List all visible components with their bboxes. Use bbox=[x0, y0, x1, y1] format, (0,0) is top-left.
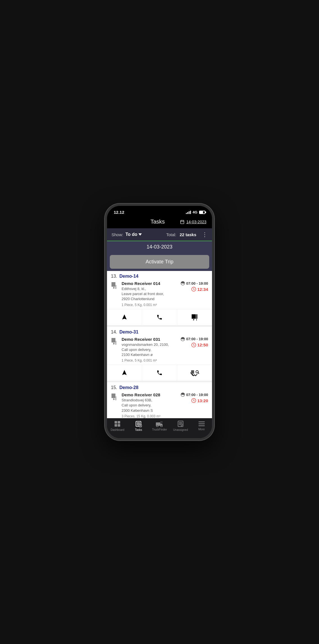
svg-rect-19 bbox=[118, 421, 120, 424]
task-body: Demo Receiver 028 Strandlodsvej 63B,Call… bbox=[107, 391, 212, 418]
nav-item-more[interactable]: More bbox=[193, 421, 210, 431]
battery-icon bbox=[199, 211, 205, 214]
task-meta: 3 Pieces, 15 Kg, 0.003 m³ bbox=[122, 414, 174, 418]
app-header: Tasks 14-03-2023 bbox=[107, 216, 212, 228]
task-name: Demo-31 bbox=[119, 330, 138, 335]
deliver-button[interactable] bbox=[177, 309, 212, 325]
more-icon bbox=[198, 421, 205, 427]
receiver-name: Demo Receiver 028 bbox=[122, 392, 174, 397]
date-header: 14-03-2023 bbox=[107, 241, 212, 253]
task-meta: 1 Piece, 5 Kg, 0.001 m³ bbox=[122, 358, 174, 362]
date-picker-button[interactable]: 14-03-2023 bbox=[180, 220, 206, 224]
navigate-icon bbox=[121, 314, 128, 321]
time-alert: 12:50 bbox=[191, 342, 208, 348]
calendar-icon bbox=[180, 220, 184, 224]
task-header: 13. Demo-14 bbox=[107, 271, 212, 280]
time-alert: 13:20 bbox=[191, 398, 208, 403]
task-header: 15. Demo-28 bbox=[107, 382, 212, 391]
nav-label-dashboard: Dashboard bbox=[111, 428, 124, 431]
nav-item-tasks[interactable]: Tasks bbox=[130, 420, 147, 431]
deliver-icon bbox=[111, 393, 118, 401]
task-type-icon bbox=[111, 337, 119, 363]
phone-button[interactable] bbox=[142, 309, 177, 325]
alert-clock-icon bbox=[191, 342, 196, 348]
task-number: 13. bbox=[111, 274, 117, 279]
task-name: Demo-14 bbox=[119, 274, 138, 279]
date-section: 14-03-2023 Activate Trip bbox=[107, 241, 212, 271]
time-window: 07:00 - 19:00 bbox=[181, 337, 208, 341]
nav-item-unassigned[interactable]: Unassigned bbox=[172, 420, 189, 431]
clock-half-icon bbox=[181, 392, 185, 397]
receiver-address: Edithsvej 8, kl.,Leave parcel at front d… bbox=[122, 286, 174, 302]
task-type-icon bbox=[111, 281, 119, 307]
time-window-value: 07:00 - 19:00 bbox=[186, 281, 208, 286]
deliver-key-icon bbox=[190, 369, 199, 377]
time-window-value: 07:00 - 19:00 bbox=[186, 393, 208, 397]
task-time-block: 07:00 - 19:00 13:20 bbox=[177, 392, 208, 418]
svg-rect-12 bbox=[191, 370, 194, 374]
chevron-down-icon bbox=[138, 233, 142, 236]
filter-dropdown[interactable]: To do bbox=[126, 232, 142, 237]
nav-item-dashboard[interactable]: Dashboard bbox=[109, 420, 126, 431]
task-card: 15. Demo-28 Demo Receiver 028 Strandlods… bbox=[107, 382, 212, 418]
clock-half-icon bbox=[181, 281, 185, 286]
nav-label-unassigned: Unassigned bbox=[173, 428, 188, 431]
svg-rect-4 bbox=[111, 282, 115, 287]
task-type-icon bbox=[111, 392, 119, 418]
filter-show-label: Show: bbox=[111, 232, 123, 237]
task-details: Demo Receiver 031 vognmandsmarken 20, 21… bbox=[122, 337, 174, 363]
receiver-address: vognmandsmarken 20, 2100,Call upon deliv… bbox=[122, 342, 174, 358]
time-alert: 12:34 bbox=[191, 287, 208, 292]
app-title: Tasks bbox=[135, 219, 180, 225]
svg-rect-0 bbox=[181, 220, 184, 224]
svg-rect-18 bbox=[115, 421, 117, 424]
svg-rect-9 bbox=[111, 338, 115, 342]
svg-rect-21 bbox=[118, 424, 120, 427]
task-list: 13. Demo-14 Demo Receiver 014 Edithsvej … bbox=[107, 271, 212, 418]
battery-fill bbox=[200, 211, 203, 213]
task-details: Demo Receiver 014 Edithsvej 8, kl.,Leave… bbox=[122, 281, 174, 307]
time-alert-value: 12:34 bbox=[197, 287, 208, 292]
nav-label-more: More bbox=[198, 428, 205, 431]
task-number: 15. bbox=[111, 385, 117, 390]
nav-label-tasks: Tasks bbox=[135, 428, 142, 431]
svg-rect-20 bbox=[115, 424, 117, 427]
time-window-value: 07:00 - 19:00 bbox=[186, 337, 208, 341]
unassigned-icon bbox=[177, 420, 184, 427]
deliver-icon bbox=[111, 337, 118, 345]
filter-more-button[interactable]: ⋮ bbox=[202, 231, 208, 238]
tasks-icon bbox=[135, 420, 142, 427]
status-right: 4G bbox=[186, 210, 205, 214]
task-actions bbox=[107, 365, 212, 381]
nav-item-truckfinder[interactable]: TruckFinder bbox=[151, 421, 168, 431]
task-number: 14. bbox=[111, 330, 117, 335]
task-actions bbox=[107, 309, 212, 325]
filter-value: To do bbox=[126, 232, 137, 237]
filter-total-label: Total: bbox=[166, 232, 176, 237]
header-date: 14-03-2023 bbox=[186, 220, 206, 224]
activate-trip-button[interactable]: Activate Trip bbox=[110, 255, 209, 269]
task-card: 13. Demo-14 Demo Receiver 014 Edithsvej … bbox=[107, 271, 212, 325]
svg-point-30 bbox=[156, 425, 158, 427]
filter-task-count: 22 tasks bbox=[180, 232, 196, 237]
svg-rect-7 bbox=[192, 314, 196, 319]
bottom-nav: Dashboard Tasks TruckFinder bbox=[107, 418, 212, 438]
navigate-button[interactable] bbox=[107, 365, 142, 381]
deliver-icon bbox=[111, 282, 118, 289]
truckfinder-icon bbox=[156, 421, 163, 427]
time-window: 07:00 - 19:00 bbox=[181, 281, 208, 286]
clock-half-icon bbox=[181, 337, 185, 341]
phone-icon bbox=[156, 370, 163, 376]
svg-line-14 bbox=[198, 372, 199, 374]
deliver-key-button[interactable] bbox=[177, 365, 212, 381]
phone-button[interactable] bbox=[142, 365, 177, 381]
phone-frame: 12.12 4G Tasks 14-03-2023 bbox=[105, 204, 214, 440]
task-body: Demo Receiver 014 Edithsvej 8, kl.,Leave… bbox=[107, 280, 212, 309]
task-body: Demo Receiver 031 vognmandsmarken 20, 21… bbox=[107, 336, 212, 365]
svg-rect-15 bbox=[111, 394, 115, 398]
navigate-button[interactable] bbox=[107, 309, 142, 325]
signal-bar-3 bbox=[189, 211, 190, 214]
receiver-name: Demo Receiver 031 bbox=[122, 337, 174, 342]
time-window: 07:00 - 19:00 bbox=[181, 392, 208, 397]
task-time-block: 07:00 - 19:00 12:34 bbox=[177, 281, 208, 307]
